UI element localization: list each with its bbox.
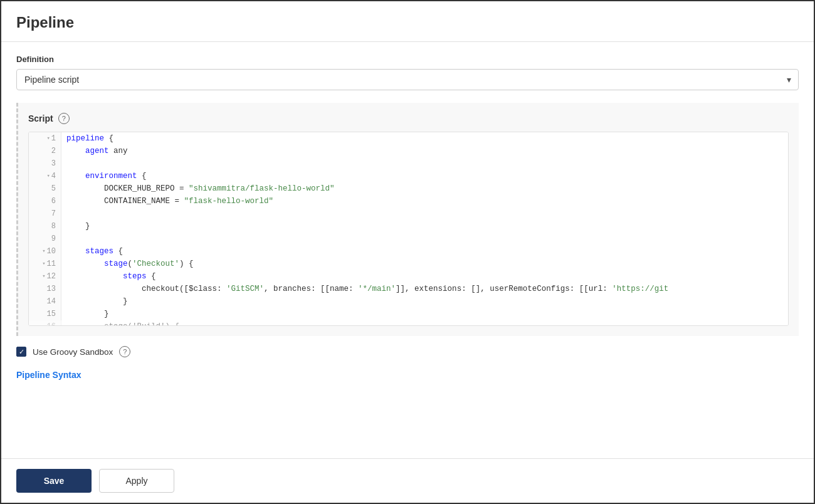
code-line-10: ▾10 stages { (29, 245, 788, 258)
content-area: Definition Pipeline script Pipeline scri… (1, 42, 814, 458)
code-content-10: stages { (61, 245, 128, 258)
code-content-4: environment { (61, 170, 152, 182)
definition-select[interactable]: Pipeline script Pipeline script from SCM (16, 69, 799, 90)
code-line-3: 3 (29, 157, 788, 170)
definition-label: Definition (16, 55, 799, 64)
code-line-8: 8 } (29, 220, 788, 233)
fold-arrow-11: ▾ (42, 258, 45, 270)
script-label: Script (28, 113, 53, 123)
fold-arrow-10: ▾ (42, 245, 45, 258)
code-content-14: } (61, 295, 133, 308)
script-section: Script ? ▾1 pipeline { 2 agent any 3 (16, 103, 799, 336)
code-content-11: stage('Checkout') { (61, 258, 199, 270)
code-content-8: } (61, 220, 95, 233)
code-line-13: 13 checkout([$class: 'GitSCM', branches:… (29, 283, 788, 295)
groovy-row: ✓ Use Groovy Sandbox ? (16, 346, 799, 357)
pipeline-syntax-link[interactable]: Pipeline Syntax (16, 370, 81, 380)
code-editor[interactable]: ▾1 pipeline { 2 agent any 3 ▾4 environm (28, 132, 789, 326)
code-line-7: 7 (29, 207, 788, 220)
save-button[interactable]: Save (16, 469, 92, 493)
code-line-4: ▾4 environment { (29, 170, 788, 182)
code-content-6: CONTAINER_NAME = "flask-hello-world" (61, 195, 278, 207)
code-line-16: 16 stage('Build') { (29, 320, 788, 326)
page-title: Pipeline (1, 1, 814, 42)
groovy-sandbox-checkbox[interactable]: ✓ (16, 347, 26, 357)
code-line-14: 14 } (29, 295, 788, 308)
code-line-1: ▾1 pipeline { (29, 132, 788, 145)
groovy-sandbox-label: Use Groovy Sandbox (33, 347, 113, 357)
code-content-2: agent any (61, 145, 133, 157)
groovy-help-badge[interactable]: ? (119, 346, 130, 357)
code-content-7 (61, 207, 76, 220)
footer-bar: Save Apply (1, 458, 814, 503)
definition-select-wrapper: Pipeline script Pipeline script from SCM… (16, 69, 799, 90)
code-line-9: 9 (29, 233, 788, 245)
code-content-13: checkout([$class: 'GitSCM', branches: [[… (61, 283, 673, 295)
code-line-5: 5 DOCKER_HUB_REPO = "shivammitra/flask-h… (29, 182, 788, 195)
code-content-1: pipeline { (61, 132, 118, 145)
code-content-5: DOCKER_HUB_REPO = "shivammitra/flask-hel… (61, 182, 340, 195)
code-line-2: 2 agent any (29, 145, 788, 157)
code-content-3 (61, 157, 76, 170)
code-content-12: steps { (61, 270, 161, 283)
code-content-9 (61, 233, 76, 245)
page-wrapper: Pipeline Definition Pipeline script Pipe… (0, 0, 815, 504)
code-line-12: ▾12 steps { (29, 270, 788, 283)
fold-arrow: ▾ (46, 132, 50, 145)
apply-button[interactable]: Apply (99, 469, 174, 493)
fold-arrow-4: ▾ (46, 170, 50, 182)
script-help-badge[interactable]: ? (58, 113, 70, 124)
code-line-6: 6 CONTAINER_NAME = "flask-hello-world" (29, 195, 788, 207)
script-header: Script ? (28, 113, 789, 124)
code-content-15: } (61, 308, 114, 320)
fold-arrow-12: ▾ (42, 270, 45, 283)
code-line-11: ▾11 stage('Checkout') { (29, 258, 788, 270)
code-content-16: stage('Build') { (61, 320, 184, 326)
code-line-15: 15 } (29, 308, 788, 320)
